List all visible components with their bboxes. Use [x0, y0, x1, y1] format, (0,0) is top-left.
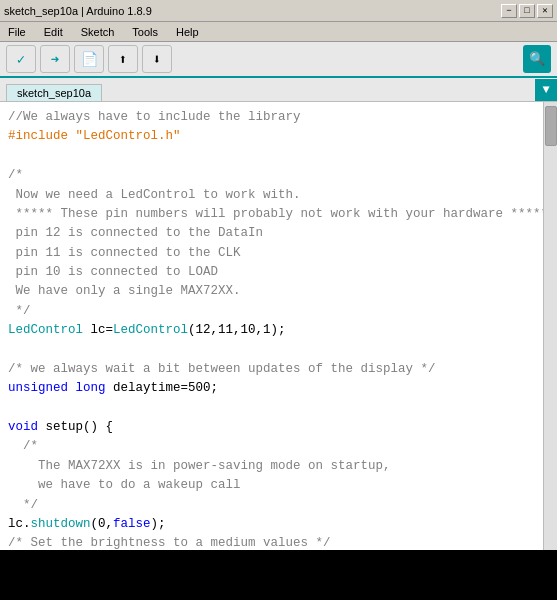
new-button[interactable]: 📄 [74, 45, 104, 73]
console-area [0, 550, 557, 600]
window-controls: − □ ✕ [501, 4, 553, 18]
menu-edit[interactable]: Edit [40, 26, 67, 38]
menu-tools[interactable]: Tools [128, 26, 162, 38]
window-title: sketch_sep10a | Arduino 1.8.9 [4, 5, 152, 17]
open-button[interactable]: ⬆ [108, 45, 138, 73]
upload-button[interactable]: ➜ [40, 45, 70, 73]
verify-button[interactable]: ✓ [6, 45, 36, 73]
maximize-button[interactable]: □ [519, 4, 535, 18]
editor-area: //We always have to include the library … [0, 102, 557, 550]
menu-help[interactable]: Help [172, 26, 203, 38]
minimize-button[interactable]: − [501, 4, 517, 18]
menu-file[interactable]: File [4, 26, 30, 38]
scrollbar-thumb[interactable] [545, 106, 557, 146]
tab-label: sketch_sep10a [17, 87, 91, 99]
code-editor[interactable]: //We always have to include the library … [0, 102, 543, 550]
toolbar: ✓ ➜ 📄 ⬆ ⬇ 🔍 [0, 42, 557, 78]
menu-sketch[interactable]: Sketch [77, 26, 119, 38]
vertical-scrollbar[interactable] [543, 102, 557, 550]
tab-bar: sketch_sep10a ▼ [0, 78, 557, 102]
title-bar: sketch_sep10a | Arduino 1.8.9 − □ ✕ [0, 0, 557, 22]
sketch-tab[interactable]: sketch_sep10a [6, 84, 102, 101]
menu-bar: File Edit Sketch Tools Help [0, 22, 557, 42]
search-button[interactable]: 🔍 [523, 45, 551, 73]
save-button[interactable]: ⬇ [142, 45, 172, 73]
close-button[interactable]: ✕ [537, 4, 553, 18]
tab-arrow-button[interactable]: ▼ [535, 79, 557, 101]
